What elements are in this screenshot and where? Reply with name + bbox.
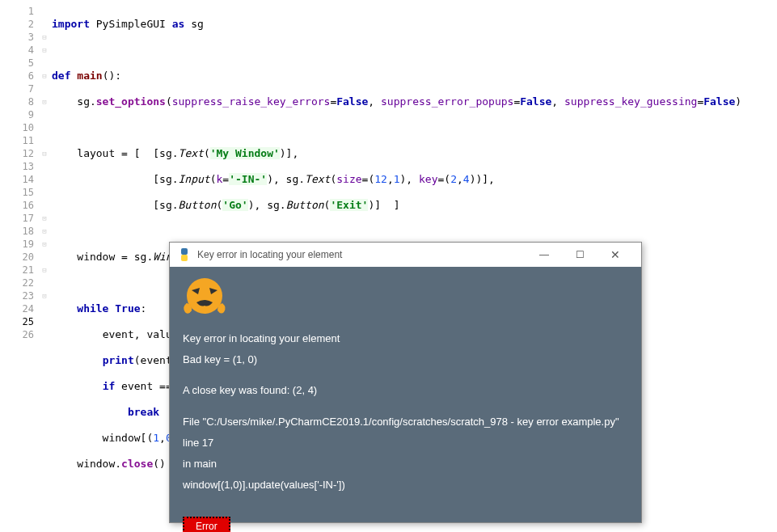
dialog-body: Key error in locating your element Bad k… bbox=[170, 267, 641, 532]
code-line[interactable]: [sg.Button('Go'), sg.Button('Exit')] ] bbox=[49, 199, 777, 212]
code-line[interactable]: import PySimpleGUI as sg bbox=[49, 18, 777, 31]
code-line[interactable]: layout = [ [sg.Text('My Window')], bbox=[49, 147, 777, 160]
error-line: File "C:/Users/mike/.PyCharmCE2019.1/con… bbox=[183, 415, 628, 429]
code-line[interactable] bbox=[49, 44, 777, 57]
line-number: 12 bbox=[0, 147, 40, 160]
line-number: 7 bbox=[0, 82, 40, 95]
dialog-titlebar[interactable]: Key error in locating your element — ☐ ✕ bbox=[170, 243, 641, 267]
line-number: 10 bbox=[0, 121, 40, 134]
error-dialog: Key error in locating your element — ☐ ✕… bbox=[169, 242, 642, 523]
line-number: 20 bbox=[0, 251, 40, 264]
line-number: 11 bbox=[0, 134, 40, 147]
code-line[interactable] bbox=[49, 121, 777, 134]
fold-toggle[interactable]: ⊡ bbox=[40, 95, 49, 108]
line-number: 6 bbox=[0, 70, 40, 82]
fold-toggle[interactable]: ⊡ bbox=[40, 238, 49, 251]
line-number: 18 bbox=[0, 225, 40, 238]
code-line[interactable]: [sg.Input(k='-IN-'), sg.Text(size=(12,1)… bbox=[49, 173, 777, 186]
maximize-button[interactable]: ☐ bbox=[562, 243, 598, 267]
minimize-button[interactable]: — bbox=[526, 243, 562, 267]
error-line: window[(1,0)].update(values['-IN-']) bbox=[183, 478, 628, 492]
line-number: 14 bbox=[0, 173, 40, 186]
code-line[interactable] bbox=[49, 225, 777, 238]
fold-toggle[interactable]: ⊟ bbox=[40, 70, 49, 82]
dialog-title: Key error in locating your element bbox=[197, 249, 526, 260]
line-number: 21 bbox=[0, 264, 40, 277]
close-button[interactable]: ✕ bbox=[598, 243, 633, 267]
line-number: 26 bbox=[0, 328, 40, 341]
svg-point-0 bbox=[187, 278, 222, 314]
line-number: 13 bbox=[0, 160, 40, 173]
fold-toggle[interactable]: ⊟ bbox=[40, 147, 49, 160]
error-line: in main bbox=[183, 457, 628, 471]
error-line: line 17 bbox=[183, 436, 628, 450]
line-number: 2 bbox=[0, 18, 40, 31]
frustrated-emoji-icon bbox=[180, 277, 229, 321]
python-icon bbox=[178, 248, 191, 261]
line-number: 15 bbox=[0, 186, 40, 199]
fold-toggle[interactable]: ⊟ bbox=[40, 44, 49, 57]
line-number: 24 bbox=[0, 302, 40, 315]
code-line[interactable]: sg.set_options(suppress_raise_key_errors… bbox=[49, 95, 777, 108]
error-line: A close key was found: (2, 4) bbox=[183, 383, 628, 398]
line-number: 23 bbox=[0, 289, 40, 302]
line-number: 22 bbox=[0, 277, 40, 289]
line-number: 25 bbox=[0, 315, 40, 328]
fold-toggle[interactable]: ⊟ bbox=[40, 31, 49, 44]
fold-toggle[interactable]: ⊡ bbox=[40, 212, 49, 225]
line-number-gutter: 1 2 3 4 5 6 7 8 9 10 11 12 13 14 15 16 1… bbox=[0, 0, 40, 532]
error-line: Bad key = (1, 0) bbox=[183, 353, 628, 367]
line-number: 8 bbox=[0, 95, 40, 108]
line-number: 19 bbox=[0, 238, 40, 251]
code-line[interactable]: def main(): bbox=[49, 70, 777, 82]
error-line: Key error in locating your element bbox=[183, 331, 628, 346]
line-number: 3 bbox=[0, 31, 40, 44]
line-number: 1 bbox=[0, 5, 40, 18]
line-number: 17 bbox=[0, 212, 40, 225]
fold-gutter[interactable]: ⊟ ⊟ ⊟ ⊡ ⊟ ⊡ ⊡ ⊡ ⊟ ⊡ bbox=[40, 0, 49, 532]
line-number: 4 bbox=[0, 44, 40, 57]
fold-toggle[interactable]: ⊟ bbox=[40, 264, 49, 277]
fold-toggle[interactable]: ⊡ bbox=[40, 225, 49, 238]
line-number: 16 bbox=[0, 199, 40, 212]
line-number: 5 bbox=[0, 57, 40, 70]
line-number: 9 bbox=[0, 108, 40, 121]
error-button[interactable]: Error bbox=[183, 517, 230, 532]
fold-toggle[interactable]: ⊡ bbox=[40, 289, 49, 302]
